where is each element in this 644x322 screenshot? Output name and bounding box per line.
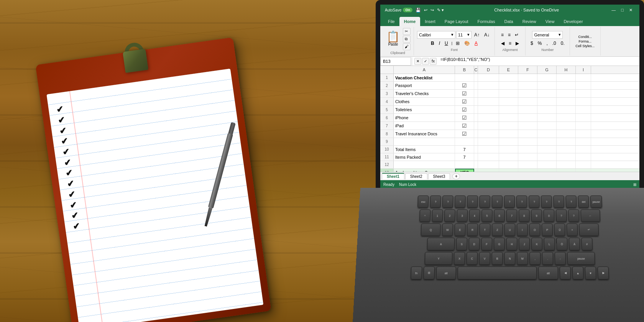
cell-e8[interactable] — [499, 130, 518, 138]
cell-h6[interactable] — [557, 114, 576, 122]
align-top-left-button[interactable]: ≡ — [499, 31, 506, 39]
cell-reference-box[interactable]: B13 — [380, 57, 411, 66]
key-f11[interactable]: ? — [554, 196, 565, 208]
cell-a5[interactable]: Toiletries — [394, 106, 455, 113]
cell-g7[interactable] — [537, 122, 557, 130]
font-size-box[interactable]: 11 ▾ — [456, 31, 472, 39]
cell-e5[interactable] — [499, 106, 518, 113]
cell-g6[interactable] — [537, 114, 557, 122]
tab-home[interactable]: Home — [399, 17, 421, 26]
cell-c12[interactable] — [474, 161, 478, 168]
cell-a11[interactable]: Items Packed — [394, 153, 455, 161]
decrease-decimal-button[interactable]: 0. — [559, 39, 567, 47]
col-header-b[interactable]: B — [455, 66, 474, 74]
cell-f12[interactable] — [518, 161, 537, 168]
key-h[interactable]: J — [519, 238, 530, 250]
cell-c5[interactable] — [474, 106, 478, 113]
cell-i7[interactable] — [576, 122, 591, 130]
key-1[interactable]: 1 — [432, 209, 443, 222]
key-r[interactable]: T — [480, 223, 491, 236]
cell-i1[interactable] — [576, 74, 591, 81]
tab-developer[interactable]: Developer — [559, 17, 587, 26]
decrease-font-button[interactable]: A↓ — [482, 31, 491, 39]
key-esc[interactable]: esc — [418, 196, 429, 208]
cell-a3[interactable]: Traveler's Checks — [394, 90, 455, 97]
cell-e4[interactable] — [499, 98, 518, 105]
cell-h8[interactable] — [557, 130, 576, 138]
cell-styles-button[interactable]: Cell Styles... — [575, 44, 595, 48]
key-p[interactable]: Ü — [554, 223, 565, 236]
cut-button[interactable]: ✂ — [403, 28, 411, 35]
cell-d12[interactable] — [478, 161, 499, 168]
cell-b11[interactable]: 7 — [455, 153, 474, 161]
cell-f8[interactable] — [518, 130, 537, 138]
format-as-table-button[interactable]: Forma... — [579, 39, 592, 43]
key-minus[interactable]: ? — [556, 209, 567, 222]
key-b[interactable]: N — [504, 252, 516, 265]
cell-c7[interactable] — [474, 122, 478, 130]
sheet-tab-1[interactable]: Sheet1 — [382, 173, 404, 179]
key-0[interactable]: 0 — [544, 209, 555, 222]
key-8[interactable]: 8 — [519, 209, 529, 222]
cell-e12[interactable] — [499, 161, 518, 168]
cell-f4[interactable] — [518, 98, 537, 105]
cell-a4[interactable]: Clothes — [394, 98, 455, 105]
cell-g10[interactable] — [537, 146, 557, 153]
cell-c11[interactable] — [474, 153, 478, 161]
cell-g3[interactable] — [537, 90, 557, 97]
excel-grid-container[interactable]: A B C D E F G H I 1 — [380, 66, 639, 172]
key-2[interactable]: 2 — [444, 209, 455, 222]
sheet-tab-2[interactable]: Sheet2 — [405, 173, 427, 179]
key-pause[interactable]: pause — [590, 196, 602, 208]
comma-button[interactable]: , — [544, 39, 549, 47]
cell-c4[interactable] — [474, 98, 478, 105]
cell-h2[interactable] — [557, 82, 576, 89]
percent-button[interactable]: % — [536, 39, 544, 47]
cell-g12[interactable] — [537, 161, 557, 168]
col-header-f[interactable]: F — [518, 66, 537, 74]
cell-e2[interactable] — [499, 82, 518, 89]
key-comma[interactable]: . — [542, 252, 553, 265]
key-3[interactable]: 3 — [457, 209, 468, 222]
col-header-d[interactable]: D — [478, 66, 499, 74]
increase-decimal-button[interactable]: .0 — [550, 39, 558, 47]
cell-e9[interactable] — [499, 138, 518, 145]
increase-font-button[interactable]: A↑ — [472, 31, 481, 39]
key-del[interactable]: del — [578, 196, 589, 208]
key-backspace[interactable]: ← — [581, 209, 601, 222]
view-normal-icon[interactable]: ⊞ — [633, 182, 636, 187]
key-backtick[interactable]: ^ — [419, 209, 430, 222]
cell-f11[interactable] — [518, 153, 537, 161]
cell-g8[interactable] — [537, 130, 557, 138]
align-right-button[interactable]: ▶ — [514, 39, 521, 47]
key-shift-l[interactable]: Y — [425, 252, 453, 265]
key-i[interactable]: O — [529, 223, 540, 236]
cell-i6[interactable] — [576, 114, 591, 122]
cell-b2[interactable]: ☑ — [455, 82, 474, 89]
key-l[interactable]: Ö — [556, 238, 567, 250]
align-center-button[interactable]: ≡ — [507, 39, 513, 47]
conditional-format-button[interactable]: Conditi... — [578, 35, 592, 39]
cell-b8[interactable]: ☑ — [455, 130, 474, 138]
cell-i9[interactable] — [576, 138, 591, 145]
add-sheet-button[interactable]: + — [452, 173, 460, 179]
sheet-tab-3[interactable]: Sheet3 — [428, 173, 450, 179]
col-header-i[interactable]: I — [576, 66, 591, 74]
key-w[interactable]: E — [454, 223, 465, 236]
cell-a1[interactable]: Vacation Checklist — [394, 74, 455, 81]
cell-h3[interactable] — [557, 90, 576, 97]
formula-input[interactable]: =IF(B10=B11,"YES","NO") — [438, 57, 639, 66]
border-button[interactable]: ⊞ — [454, 39, 462, 47]
key-f3[interactable]: ? — [455, 196, 466, 208]
cell-g9[interactable] — [537, 138, 557, 145]
cell-c13[interactable] — [474, 169, 478, 172]
key-alt-r[interactable]: alt — [538, 266, 558, 279]
cell-g4[interactable] — [537, 98, 557, 105]
key-ctrl-l[interactable]: fn — [411, 266, 422, 279]
cell-d13[interactable] — [478, 169, 499, 172]
key-f6[interactable]: ? — [492, 196, 503, 208]
cell-c1[interactable] — [474, 74, 478, 81]
cell-i13[interactable] — [576, 169, 591, 172]
cell-g13[interactable] — [537, 169, 557, 172]
cell-g11[interactable] — [537, 153, 557, 161]
